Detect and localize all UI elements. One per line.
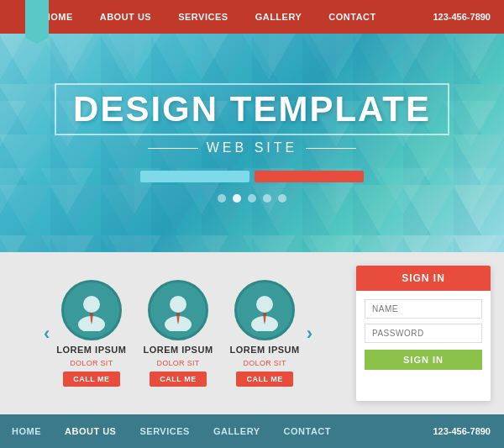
password-input[interactable] [365, 324, 482, 343]
top-phone-number: 123-456-7890 [419, 0, 504, 34]
hero-carousel-dots [218, 194, 286, 203]
ribbon-decoration [25, 0, 49, 44]
team-section: ‹ LOREM IPSUM DOLOR SIT CALL ME [0, 252, 356, 414]
content-section: ‹ LOREM IPSUM DOLOR SIT CALL ME [0, 252, 504, 414]
bottom-nav-about[interactable]: ABOUT US [53, 414, 128, 448]
avatar-1 [61, 280, 122, 340]
member-3-sub: DOLOR SIT [244, 359, 286, 367]
hero-subtitle: WEB SITE [148, 140, 356, 155]
team-members-list: LOREM IPSUM DOLOR SIT CALL ME LOREM IPSU… [56, 280, 299, 387]
member-2-sub: DOLOR SIT [156, 359, 199, 367]
top-nav-services[interactable]: SERVICES [165, 0, 241, 34]
hero-section: DESIGN TEMPLATE WEB SITE [0, 34, 504, 252]
bottom-navigation: HOME ABOUT US SERVICES GALLERY CONTACT 1… [0, 414, 504, 448]
signin-body: SIGN IN [356, 291, 491, 378]
avatar-2 [148, 280, 208, 340]
call-me-button-2[interactable]: CALL ME [150, 372, 206, 387]
member-1-name: LOREM IPSUM [56, 345, 126, 355]
member-2-name: LOREM IPSUM [143, 345, 213, 355]
dot-3[interactable] [248, 194, 256, 203]
bottom-nav-contact[interactable]: CONTACT [272, 414, 343, 448]
progress-bar-blue [140, 171, 249, 182]
signin-panel: SIGN IN SIGN IN [356, 266, 491, 401]
bottom-phone-number: 123-456-7890 [419, 414, 504, 448]
svg-point-4 [170, 296, 186, 313]
progress-bar-red [255, 171, 364, 182]
top-nav-contact[interactable]: CONTACT [315, 0, 389, 34]
bottom-nav-gallery[interactable]: GALLERY [202, 414, 272, 448]
dot-2[interactable] [233, 194, 241, 203]
bottom-nav-services[interactable]: SERVICES [128, 414, 201, 448]
svg-point-0 [83, 296, 100, 313]
hero-progress-bars [140, 171, 364, 182]
hero-title: DESIGN TEMPLATE [55, 83, 449, 135]
call-me-button-1[interactable]: CALL ME [63, 372, 119, 387]
team-member-3: LOREM IPSUM DOLOR SIT CALL ME [230, 280, 300, 387]
next-arrow-button[interactable]: › [300, 323, 319, 345]
name-input[interactable] [365, 299, 482, 319]
call-me-button-3[interactable]: CALL ME [236, 372, 292, 387]
team-member-1: LOREM IPSUM DOLOR SIT CALL ME [56, 280, 126, 387]
prev-arrow-button[interactable]: ‹ [37, 323, 56, 345]
top-navigation: HOME ABOUT US SERVICES GALLERY CONTACT 1… [0, 0, 504, 34]
avatar-3 [234, 280, 295, 340]
member-3-name: LOREM IPSUM [230, 345, 300, 355]
member-1-sub: DOLOR SIT [70, 359, 113, 367]
svg-point-8 [256, 296, 273, 313]
top-nav-about[interactable]: ABOUT US [87, 0, 165, 34]
signin-button[interactable]: SIGN IN [365, 350, 482, 370]
dot-4[interactable] [263, 194, 271, 203]
dot-1[interactable] [218, 194, 226, 203]
bottom-nav-home[interactable]: HOME [0, 414, 53, 448]
top-nav-gallery[interactable]: GALLERY [242, 0, 316, 34]
team-member-2: LOREM IPSUM DOLOR SIT CALL ME [143, 280, 213, 387]
dot-5[interactable] [278, 194, 286, 203]
signin-header: SIGN IN [356, 266, 491, 291]
